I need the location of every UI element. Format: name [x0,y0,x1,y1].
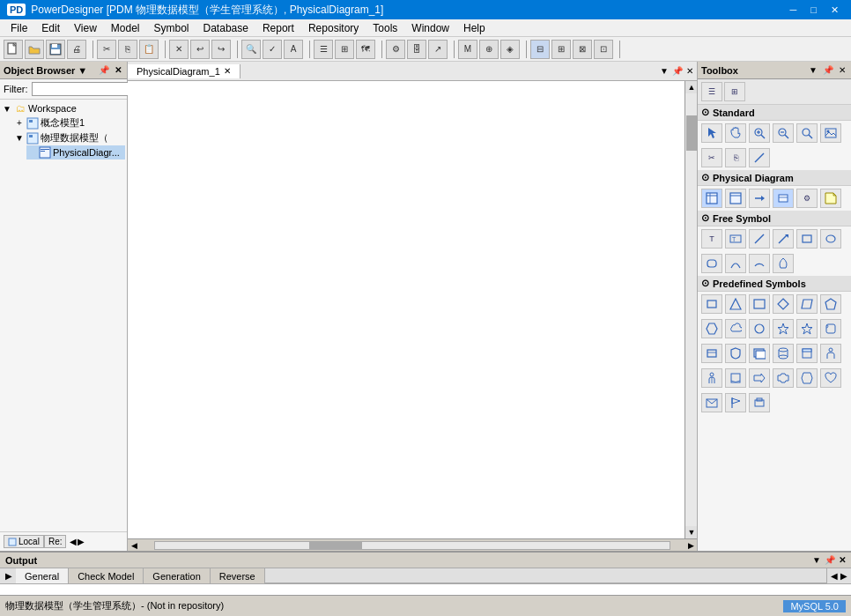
output-prev[interactable]: ▶ [5,571,12,581]
tb-extra1[interactable]: ⊕ [479,40,499,59]
tab-float-btn[interactable]: ▼ [660,66,669,76]
title-bar-controls[interactable]: ─ □ ✕ [785,3,844,18]
tb-pre-parallelogram[interactable] [796,294,818,314]
tb-undo[interactable]: ↩ [190,40,210,59]
section-predefined-header[interactable]: ⊙ Predefined Symbols [698,276,851,292]
tb-spell[interactable]: A [284,40,303,59]
tb-export[interactable]: ↗ [428,40,448,59]
tb-pre-diamond[interactable] [773,294,794,314]
view-grid-btn[interactable]: ⊞ [724,82,745,101]
tb-roundrect[interactable] [701,254,722,273]
tb-map[interactable]: 🗺 [356,40,375,59]
tb-pre-triangle[interactable] [725,294,746,314]
tb-image[interactable] [820,123,841,143]
menu-tools[interactable]: Tools [366,20,404,36]
output-close[interactable]: 📌 [825,555,835,565]
tb-pre-arrow-r[interactable] [749,368,770,388]
output-tab-reverse[interactable]: Reverse [211,568,265,583]
tb-copy[interactable]: ⎘ [118,40,137,59]
scroll-down-btn[interactable]: ▼ [685,526,697,538]
tb-pre-rect6[interactable] [749,393,770,412]
tb-print[interactable]: 🖨 [67,40,86,59]
menu-file[interactable]: File [4,20,34,36]
menu-repository[interactable]: Repository [301,20,366,36]
tb-pre-shield[interactable] [725,344,746,363]
minimize-btn[interactable]: ─ [785,3,803,18]
menu-database[interactable]: Database [196,20,255,36]
toolbox-close[interactable]: ✕ [837,65,847,75]
tb-pre-braces[interactable] [773,368,794,388]
tb-domain[interactable] [773,189,794,208]
tb-pre-rect4[interactable] [749,344,770,363]
scroll-thumb-v[interactable] [686,115,697,151]
tb-pointer[interactable] [701,123,722,143]
tb-scissors[interactable]: ✂ [701,148,722,167]
tb-disp2[interactable]: ⊞ [551,40,571,59]
tb-pre-pentagon[interactable] [820,294,841,314]
tree-item-workspace[interactable]: ▼ 🗂 Workspace [2,101,125,115]
tb-redo[interactable]: ↪ [211,40,231,59]
tb-zoom-in[interactable] [749,123,770,143]
tb-pre-envelope[interactable] [701,393,722,412]
tb-grid[interactable]: ⊞ [335,40,354,59]
canvas[interactable] [128,81,684,538]
scroll-thumb-h[interactable] [309,542,362,549]
diagram-tab-1[interactable]: PhysicalDiagram_1 ✕ [128,64,240,78]
tb-pre-person2[interactable] [701,368,722,388]
tb-database[interactable]: 🗄 [407,40,426,59]
tb-disp1[interactable]: ⊟ [530,40,550,59]
tb-free-line[interactable] [749,229,770,249]
horizontal-scrollbar[interactable]: ◀ ▶ [128,538,697,551]
tb-free-rect[interactable] [796,229,818,249]
menu-view[interactable]: View [67,20,104,36]
tb-check[interactable]: ✓ [263,40,282,59]
output-tab-general[interactable]: General [16,568,69,583]
tb-textbox[interactable]: T [725,229,746,249]
tb-generate[interactable]: ⚙ [386,40,405,59]
panel-close-btn[interactable]: ✕ [113,65,123,75]
panel-controls[interactable]: 📌 ✕ [97,65,123,75]
panel-pin[interactable]: 📌 [97,65,111,75]
tb-disp3[interactable]: ⊠ [573,40,592,59]
tb-pre-hexagon2[interactable] [796,368,818,388]
vertical-scrollbar[interactable]: ▲ ▼ [684,81,697,538]
tb-new[interactable] [4,40,23,59]
tb-pre-rect3[interactable] [701,344,722,363]
tb-trigger[interactable]: ⚙ [796,189,818,208]
tb-view[interactable] [725,189,746,208]
output-scrollbar[interactable]: ◀ ▶ [826,568,851,583]
tb-zoom-out[interactable] [773,123,794,143]
section-standard-header[interactable]: ⊙ Standard [698,105,851,121]
tb-pre-flag[interactable] [725,393,746,412]
tb-cut[interactable]: ✂ [97,40,116,59]
toolbox-pin[interactable]: ▼ [807,65,819,75]
tab-pin-btn[interactable]: 📌 [672,66,683,76]
tree-item-physmodel[interactable]: ▼ 物理数据模型（ [14,130,125,145]
tb-pre-scroll[interactable] [820,319,841,338]
tree-item-conceptmodel[interactable]: + 概念模型1 [14,115,125,130]
tb-curve[interactable] [725,254,746,273]
tb-pentagon-shape[interactable] [773,254,794,273]
output-pin[interactable]: ▼ [812,555,821,565]
tb-table[interactable] [701,189,722,208]
tb-copy2[interactable]: ⎘ [725,148,746,167]
tb-delete[interactable]: ✕ [169,40,189,59]
tb-paste[interactable]: 📋 [139,40,159,59]
output-tab-generation[interactable]: Generation [144,568,210,583]
tb-pre-rect5[interactable] [796,344,818,363]
tree-nav-arrows[interactable]: ◀ ▶ [70,537,85,546]
tb-pre-rect1[interactable] [701,294,722,314]
menu-report[interactable]: Report [255,20,301,36]
menu-model[interactable]: Model [104,20,147,36]
tb-arc[interactable] [749,254,770,273]
tb-pre-star5[interactable] [796,319,818,338]
tb-open[interactable] [25,40,44,59]
tb-note[interactable] [820,189,841,208]
tb-pre-person[interactable] [820,344,841,363]
tab-close-all[interactable]: ✕ [686,66,693,76]
tb-ref[interactable] [749,189,770,208]
tb-free-arrow[interactable] [773,229,794,249]
scroll-right-btn[interactable]: ▶ [684,539,697,552]
maximize-btn[interactable]: □ [805,3,822,18]
footer-tab-local[interactable]: Local [4,535,44,548]
